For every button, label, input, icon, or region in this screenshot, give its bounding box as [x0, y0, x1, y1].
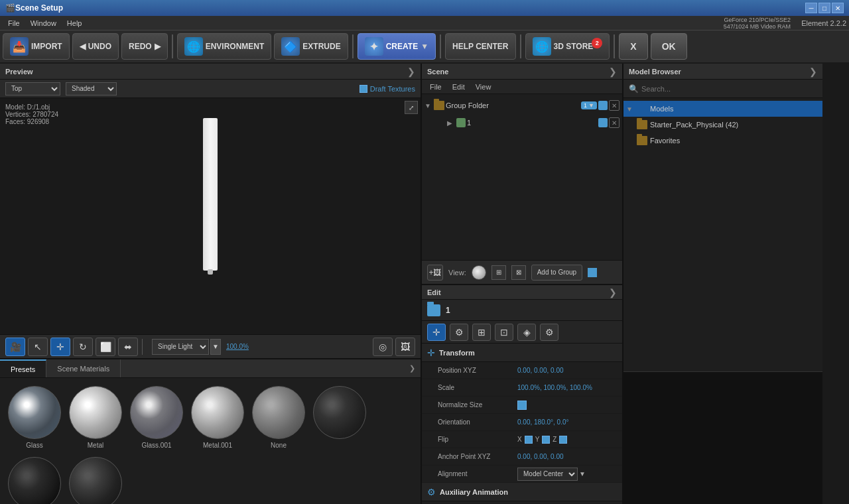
draft-textures-checkbox[interactable] [359, 85, 367, 93]
store-3d-button[interactable]: 🌐 3D STORE 2 [525, 33, 610, 60]
preset-dark3[interactable] [69, 457, 122, 504]
alignment-dropdown[interactable]: Model Center [517, 468, 578, 481]
starter-pack-folder-icon [637, 120, 647, 129]
preset-metal001[interactable]: Metal.001 [191, 386, 244, 449]
shade-select[interactable]: Shaded Wireframe [66, 82, 117, 95]
edit-grid2-button[interactable]: ⊡ [495, 324, 513, 341]
view-grid-button[interactable]: ⊞ [491, 265, 506, 280]
maximize-button[interactable]: □ [818, 3, 830, 13]
transform-section-header[interactable]: ✛ Transform [422, 344, 622, 362]
edit-expand-button[interactable]: ❯ [609, 287, 617, 298]
scene-menu-file[interactable]: File [424, 82, 447, 92]
model-tree-row-models[interactable]: ▼ Models [623, 101, 822, 117]
models-folder-icon [637, 104, 647, 113]
help-center-button[interactable]: HELP CENTER [445, 33, 515, 60]
view-select[interactable]: Top Front Right Perspective [5, 82, 60, 95]
group-close-button[interactable]: ✕ [609, 100, 620, 111]
select-tool-button[interactable]: ↖ [28, 338, 48, 356]
menu-file[interactable]: File [3, 18, 25, 29]
redo-button[interactable]: REDO ▶ [121, 33, 168, 60]
model-tree-row-favorites[interactable]: Favorites [623, 133, 822, 149]
scale-label: Scale [438, 384, 517, 391]
scene-tree-row-object1[interactable]: ▶ 1 ✕ [422, 114, 622, 131]
toolbar-separator5 [614, 34, 615, 58]
scene-add-button[interactable]: +🖼 [427, 265, 443, 281]
flip-y-checkbox[interactable] [542, 436, 550, 444]
normalize-checkbox[interactable] [517, 401, 527, 410]
preset-none-label: None [271, 442, 287, 449]
presets-tab[interactable]: Presets [0, 359, 46, 377]
search-bar: 🔍 [623, 80, 822, 98]
flip-x-checkbox[interactable] [525, 436, 533, 444]
group-visibility-button[interactable] [598, 101, 608, 110]
flip-z-checkbox[interactable] [559, 436, 567, 444]
view-sphere-button[interactable] [472, 265, 486, 280]
anchor-value[interactable]: 0.00, 0.00, 0.00 [517, 453, 564, 460]
scene-expand-button[interactable]: ❯ [609, 66, 617, 77]
viewport[interactable]: Model: D:/1.obj Vertices: 2780724 Faces:… [0, 98, 421, 334]
ok-button[interactable]: OK [651, 33, 687, 60]
light-dropdown-arrow[interactable]: ▼ [210, 339, 221, 355]
menu-help[interactable]: Help [62, 18, 88, 29]
orientation-value[interactable]: 0.00, 180.0°, 0.0° [517, 418, 569, 426]
presets-expand-button[interactable]: ❯ [404, 364, 421, 373]
cancel-x-button[interactable]: X [619, 33, 647, 60]
undo-button[interactable]: ◀ UNDO [72, 33, 119, 60]
screenshot-button[interactable]: 🖼 [395, 338, 415, 356]
preset-glass001[interactable]: Glass.001 [130, 386, 183, 449]
tree-expand-arrow[interactable]: ▼ [424, 102, 432, 109]
preset-glass[interactable]: Glass [8, 386, 61, 449]
scene-menu-view[interactable]: View [470, 82, 497, 92]
preview-expand-button[interactable]: ❯ [407, 66, 415, 77]
preset-dark1[interactable] [313, 386, 366, 449]
light-select[interactable]: Single Light Two Lights Three Lights [152, 339, 209, 355]
gpu-info: GeForce 210/PCIe/SSE2 547/1024 MB Video … [724, 17, 791, 30]
tree-expand-arrow2[interactable]: ▶ [447, 119, 455, 127]
preset-glass-ball [8, 386, 61, 439]
create-button[interactable]: ✦ CREATE ▼ [358, 33, 436, 60]
light-select-wrap: Single Light Two Lights Three Lights ▼ [152, 339, 221, 355]
group-color-button[interactable] [588, 268, 597, 277]
model-tree-row-starter-pack[interactable]: Starter_Pack_Physical (42) [623, 117, 822, 133]
rotate-tool-button[interactable]: ↻ [73, 338, 93, 356]
preset-dark2[interactable] [8, 457, 61, 504]
scene-materials-tab[interactable]: Scene Materials [46, 359, 121, 377]
zoom-display[interactable]: 100.0% [226, 343, 249, 350]
models-arrow[interactable]: ▼ [626, 105, 634, 113]
extrude-button[interactable]: 🔷 EXTRUDE [274, 33, 348, 60]
position-value[interactable]: 0.00, 0.00, 0.00 [517, 367, 564, 374]
scene-menu-edit[interactable]: Edit [447, 82, 470, 92]
edit-material-button[interactable]: ◈ [517, 324, 536, 341]
add-to-group-button[interactable]: Add to Group [531, 265, 582, 281]
render-button[interactable]: ◎ [373, 338, 393, 356]
view-grid2-button[interactable]: ⊠ [511, 265, 526, 280]
search-input[interactable] [641, 85, 817, 93]
move-tool-button[interactable]: ✛ [50, 338, 70, 356]
edit-settings-button[interactable]: ⚙ [450, 324, 468, 341]
edit-move-button[interactable]: ✛ [427, 324, 446, 341]
object1-visibility-button[interactable] [598, 118, 608, 127]
model-browser-expand-button[interactable]: ❯ [809, 66, 817, 77]
close-button[interactable]: ✕ [832, 3, 844, 13]
object1-close-button[interactable]: ✕ [609, 117, 620, 128]
prop-row-scale: Scale 100.0%, 100.0%, 100.0% [422, 379, 622, 397]
edit-grid-button[interactable]: ⊞ [472, 324, 491, 341]
scale-value[interactable]: 100.0%, 100.0%, 100.0% [517, 384, 592, 391]
menubar: File Window Help GeForce 210/PCIe/SSE2 5… [0, 16, 849, 31]
badge-arrow[interactable]: ▼ [588, 102, 594, 109]
auxiliary-section-header[interactable]: ⚙ Auxiliary Animation [422, 483, 622, 501]
preset-metal[interactable]: Metal [69, 386, 122, 449]
import-button[interactable]: 📥 IMPORT [3, 33, 70, 60]
viewport-expand-button[interactable]: ⤢ [405, 101, 418, 114]
edit-gear-button[interactable]: ⚙ [540, 324, 558, 341]
camera-tool-button[interactable]: 🎥 [5, 338, 25, 356]
preset-none[interactable]: None [252, 386, 305, 449]
faces-info: Faces: 926908 [5, 118, 58, 125]
minimize-button[interactable]: ─ [805, 3, 817, 13]
preset-metal001-label: Metal.001 [203, 442, 232, 449]
environment-button[interactable]: 🌐 ENVIRONMENT [177, 33, 272, 60]
axis-tool-button[interactable]: ⬌ [118, 338, 138, 356]
scene-tree-row-group-folder[interactable]: ▼ Group Folder 1 ▼ ✕ [422, 97, 622, 114]
scale-tool-button[interactable]: ⬜ [96, 338, 115, 356]
menu-window[interactable]: Window [25, 18, 62, 29]
